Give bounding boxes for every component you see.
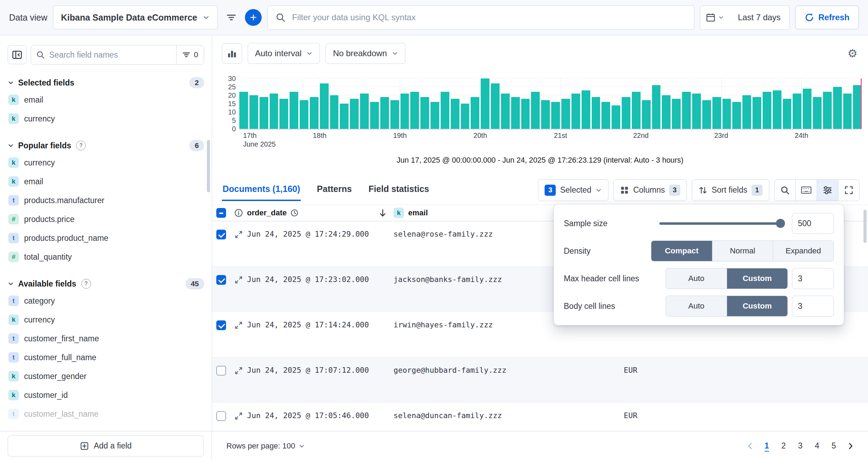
histogram-bar[interactable] (320, 83, 329, 129)
field-item[interactable]: kcustomer_gender (8, 367, 204, 386)
histogram-bar[interactable] (290, 92, 298, 129)
interval-dropdown[interactable]: Auto interval (248, 43, 320, 64)
histogram-bar[interactable] (491, 83, 500, 129)
edit-visualization-button[interactable] (222, 43, 242, 64)
slider-thumb[interactable] (776, 219, 785, 228)
field-item[interactable]: kemail (8, 90, 204, 109)
sidebar-scrollbar[interactable] (207, 140, 210, 192)
histogram-bar[interactable] (310, 97, 319, 129)
histogram-bar[interactable] (511, 97, 520, 129)
field-section-header[interactable]: Popular fields?6 (8, 138, 204, 153)
help-icon[interactable]: ? (81, 279, 91, 289)
order-date-cell[interactable]: Jun 24, 2025 @ 17:07:12.000 (247, 366, 394, 374)
order-date-cell[interactable]: Jun 24, 2025 @ 17:05:46.000 (247, 411, 394, 420)
order-date-cell[interactable]: Jun 24, 2025 @ 17:14:24.000 (247, 320, 394, 329)
sort-descending-icon[interactable] (378, 208, 387, 217)
expand-icon[interactable] (234, 366, 243, 375)
histogram-bar[interactable] (390, 100, 399, 129)
display-options-button[interactable] (817, 179, 838, 201)
field-item[interactable]: kcurrency (8, 153, 204, 172)
page-button-2[interactable]: 2 (775, 439, 792, 453)
sort-fields-button[interactable]: Sort fields 1 (692, 179, 769, 201)
segment-expanded[interactable]: Expanded (773, 241, 833, 261)
histogram-bar[interactable] (441, 92, 449, 129)
histogram-bar[interactable] (773, 90, 781, 129)
sample-size-slider[interactable] (659, 219, 784, 228)
chart-options-button[interactable]: ⚙ (845, 46, 860, 60)
next-page-button[interactable] (842, 440, 859, 452)
segment-custom[interactable]: Custom (727, 296, 787, 316)
sample-size-input[interactable] (792, 213, 834, 234)
histogram-bar[interactable] (360, 94, 369, 129)
filter-button[interactable] (223, 9, 239, 25)
histogram-bar[interactable] (431, 102, 439, 129)
histogram-bar[interactable] (350, 99, 359, 129)
histogram-bar[interactable] (521, 99, 530, 129)
add-filter-button[interactable]: + (245, 9, 262, 26)
histogram-bar[interactable] (763, 92, 771, 129)
histogram-bar[interactable] (803, 89, 811, 129)
field-item[interactable]: #products.price (8, 210, 204, 229)
histogram-bar[interactable] (712, 97, 721, 129)
histogram-bar[interactable] (702, 100, 711, 129)
histogram-bar[interactable] (380, 97, 389, 129)
chart-plot[interactable] (239, 79, 862, 129)
field-item[interactable]: tcustomer_full_name (8, 348, 204, 367)
page-button-5[interactable]: 5 (825, 439, 842, 453)
breakdown-dropdown[interactable]: No breakdown (326, 43, 405, 64)
histogram-bar[interactable] (662, 95, 671, 129)
help-icon[interactable]: ? (76, 141, 86, 150)
histogram-bar[interactable] (420, 97, 429, 129)
field-item[interactable]: #total_quantity (8, 247, 204, 266)
field-item[interactable]: kemail (8, 172, 204, 191)
body-lines-input[interactable] (792, 296, 834, 317)
histogram-bar[interactable] (401, 94, 409, 129)
field-search-input[interactable] (48, 50, 176, 60)
histogram-bar[interactable] (471, 97, 479, 129)
row-checkbox[interactable] (216, 320, 226, 330)
histogram-bar[interactable] (753, 97, 761, 129)
time-range-button[interactable]: Last 7 days (729, 6, 789, 29)
histogram-bar[interactable] (461, 104, 470, 129)
selected-documents-dropdown[interactable]: 3 Selected (538, 179, 608, 201)
previous-page-button[interactable] (742, 440, 758, 452)
histogram-bar[interactable] (330, 95, 339, 129)
histogram-bar[interactable] (622, 97, 630, 129)
page-button-1[interactable]: 1 (758, 439, 775, 453)
field-item[interactable]: tcategory (8, 291, 204, 310)
field-section-header[interactable]: Selected fields2 (8, 75, 204, 90)
email-cell[interactable]: george@hubbard-family.zzz (394, 366, 624, 374)
field-section-header[interactable]: Available fields?45 (8, 276, 204, 291)
expand-icon[interactable] (234, 276, 243, 284)
field-item[interactable]: kcurrency (8, 310, 204, 329)
histogram-bar[interactable] (239, 92, 248, 129)
columns-button[interactable]: Columns 3 (613, 179, 687, 201)
histogram-bar[interactable] (451, 99, 459, 129)
histogram-bar[interactable] (823, 92, 832, 129)
row-checkbox[interactable] (216, 230, 226, 239)
histogram-bar[interactable] (279, 99, 288, 129)
field-filter-button[interactable]: 0 (176, 45, 204, 64)
segment-auto[interactable]: Auto (666, 268, 727, 289)
histogram-bar[interactable] (531, 92, 540, 129)
fullscreen-button[interactable] (838, 179, 860, 201)
order-date-cell[interactable]: Jun 24, 2025 @ 17:24:29.000 (247, 230, 394, 238)
rows-per-page-dropdown[interactable]: Rows per page: 100 (224, 441, 307, 451)
kql-search-input[interactable] (291, 12, 686, 23)
histogram-bar[interactable] (370, 102, 379, 129)
row-checkbox[interactable] (216, 411, 226, 421)
currency-cell[interactable]: EUR (624, 366, 868, 374)
currency-cell[interactable]: EUR (624, 411, 868, 420)
tab-field-statistics[interactable]: Field statistics (368, 179, 430, 201)
histogram-bar[interactable] (692, 94, 701, 129)
field-item[interactable]: kcustomer_id (8, 386, 204, 405)
segment-normal[interactable]: Normal (712, 241, 773, 261)
histogram-bar[interactable] (300, 100, 308, 129)
histogram-bar[interactable] (833, 87, 842, 129)
collapse-sidebar-button[interactable] (8, 45, 27, 64)
email-cell[interactable]: selena@duncan-family.zzz (394, 411, 624, 420)
order-date-cell[interactable]: Jun 24, 2025 @ 17:23:02.000 (247, 275, 394, 284)
expand-icon[interactable] (234, 321, 243, 329)
histogram-bar[interactable] (601, 102, 610, 129)
page-button-3[interactable]: 3 (792, 439, 809, 453)
